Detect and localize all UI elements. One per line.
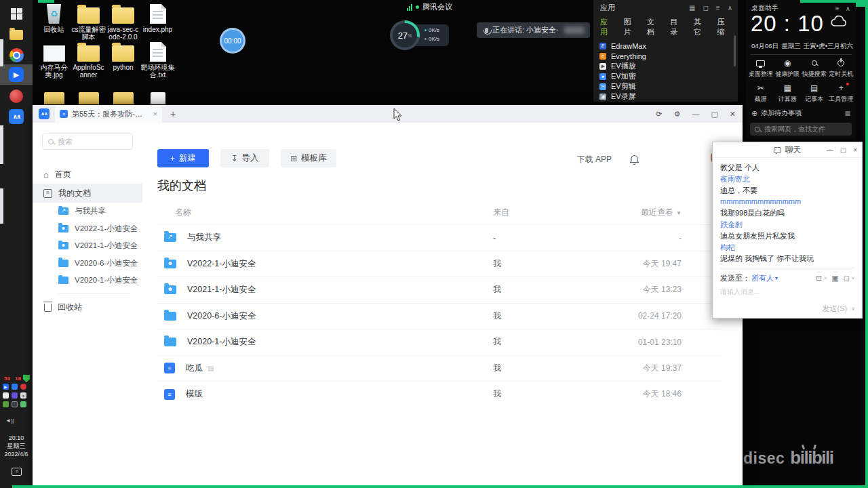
- app-panel-tab-图片[interactable]: 图片: [624, 17, 638, 37]
- docked-window-sliver[interactable]: [0, 39, 3, 66]
- new-tab-button[interactable]: +: [170, 108, 176, 119]
- menu-icon[interactable]: ≡: [716, 4, 720, 12]
- sidebar-folder-item[interactable]: V2022-1-小迪安全: [33, 220, 142, 238]
- doc-table-row[interactable]: V2020-6-小迪安全我02-24 17:20: [157, 303, 721, 329]
- column-header-from[interactable]: 来自: [493, 207, 509, 218]
- close-icon[interactable]: ✕: [730, 110, 736, 119]
- chat-tray-icon[interactable]: [20, 401, 26, 407]
- shield-icon[interactable]: [23, 375, 30, 382]
- assistant-tool-scissors[interactable]: ✂截屏: [747, 83, 774, 104]
- send-to-value[interactable]: 所有人: [751, 273, 774, 283]
- maximize-icon[interactable]: ▢: [840, 146, 846, 154]
- image-icon[interactable]: ▣: [831, 274, 838, 283]
- app-list-item[interactable]: ◉EV录屏: [599, 92, 738, 102]
- send-button[interactable]: 发送(S)∨: [822, 304, 855, 314]
- assistant-tool-calculator[interactable]: ▦计算器: [774, 83, 802, 104]
- app-list-item[interactable]: ●EV加密: [599, 71, 738, 81]
- download-app-link[interactable]: 下载 APP: [577, 154, 612, 165]
- doc-table-row[interactable]: V2020-1-小迪安全我01-01 23:10: [157, 329, 721, 355]
- collapse-icon[interactable]: ∧: [846, 5, 850, 12]
- speaker-icon[interactable]: ◄)): [5, 418, 14, 424]
- chat-input-placeholder[interactable]: 请输入消息...: [720, 287, 862, 297]
- desktop-icon-内存马分类.jpg[interactable]: 内存马分类.jpg: [37, 41, 71, 79]
- doc-table-row[interactable]: V2021-1-小迪安全我今天 13:23: [157, 277, 721, 303]
- assistant-tool-magnifier[interactable]: 快捷搜索: [801, 58, 828, 79]
- scrollbar[interactable]: [734, 35, 736, 66]
- sidebar-item-mydocs[interactable]: ≡ 我的文档: [33, 184, 142, 203]
- app-panel-tab-应用[interactable]: 应用: [600, 17, 614, 37]
- app-panel-tab-文档[interactable]: 文档: [647, 17, 661, 37]
- red-tray-icon[interactable]: [20, 384, 26, 390]
- docked-window-sliver[interactable]: [0, 125, 3, 164]
- browser-tab[interactable]: ≡ 第55天：服务攻防-数据... ×: [55, 105, 162, 123]
- desktop-icon-靶场环境集合.txt[interactable]: 靶场环境集合.txt: [140, 41, 175, 79]
- desktop-icon-AppInfoScanner[interactable]: AppInfoScanner: [71, 41, 106, 79]
- sidebar-search-box[interactable]: 搜索: [42, 134, 133, 150]
- calendar-grid-icon[interactable]: ▦: [844, 110, 850, 117]
- display-tray-icon[interactable]: [12, 401, 18, 407]
- start-button[interactable]: [0, 3, 33, 24]
- assistant-tool-notepad[interactable]: ▤记事本: [801, 83, 828, 104]
- app-list-item[interactable]: ▶EV播放: [599, 61, 738, 71]
- taskbar-clock[interactable]: 20:10 星期三 2022/4/6: [0, 434, 33, 458]
- import-button[interactable]: ↧ 导入: [220, 149, 269, 167]
- desktop-icon-java-sec-code-2.0.0[interactable]: java-sec-code-2.0.0: [106, 3, 140, 41]
- add-todo-row[interactable]: ⊕ 添加待办事项 ▦: [751, 108, 850, 118]
- action-center-icon[interactable]: ≡: [12, 468, 22, 476]
- doc-table-row[interactable]: ≡模版我今天 18:46: [157, 381, 721, 407]
- assistant-tool-monitor[interactable]: 桌面整理: [747, 58, 774, 79]
- bell-icon[interactable]: [629, 155, 639, 165]
- member-icon[interactable]: ◻: [844, 274, 850, 283]
- new-window-icon[interactable]: ⊡: [816, 274, 822, 283]
- docked-window-sliver[interactable]: [0, 188, 3, 224]
- settings-gear-icon[interactable]: ⚙: [674, 110, 681, 119]
- menu-icon[interactable]: ≡: [835, 5, 840, 12]
- taskbar-item-red-app[interactable]: [0, 86, 33, 106]
- sidebar-item-trash[interactable]: 回收站: [33, 298, 142, 317]
- green-tray-icon[interactable]: [3, 401, 9, 407]
- desktop-icon-python[interactable]: python: [106, 41, 140, 79]
- new-doc-button[interactable]: + 新建: [157, 149, 209, 167]
- taskbar-item-explorer[interactable]: [0, 24, 33, 45]
- cursor-tray-icon[interactable]: ➤: [20, 392, 26, 399]
- maximize-icon[interactable]: ▢: [711, 110, 717, 119]
- weather-cloud-icon[interactable]: [829, 15, 849, 28]
- recording-timer[interactable]: 00:00: [220, 28, 245, 54]
- app-panel-tab-其它[interactable]: 其它: [694, 17, 708, 37]
- app-panel-tab-压缩[interactable]: 压缩: [717, 17, 732, 37]
- app-panel-tab-目录[interactable]: 目录: [671, 17, 685, 37]
- desktop-icon-回收站[interactable]: ♻回收站: [37, 3, 71, 41]
- assistant-tool-eye[interactable]: ◉健康护眼: [774, 58, 802, 79]
- taskbar-item-docs[interactable]: ∧∧: [0, 106, 33, 127]
- cpu-meter[interactable]: 27%: [393, 23, 417, 47]
- sidebar-folder-item[interactable]: 与我共享: [33, 203, 142, 220]
- column-header-recent[interactable]: 最近查看▼: [641, 207, 682, 218]
- desktop-icon-index.php[interactable]: index.php: [140, 3, 175, 41]
- taskbar-item-meeting[interactable]: ▶: [0, 64, 33, 85]
- collapse-icon[interactable]: ∧: [728, 4, 732, 12]
- mic-tray-icon[interactable]: [3, 392, 9, 399]
- doc-table-row[interactable]: ≡吃瓜▤我今天 19:37: [157, 355, 721, 382]
- sidebar-item-home[interactable]: ⌂ 首页: [33, 165, 142, 184]
- doc-table-row[interactable]: 与我共享--: [157, 224, 721, 251]
- meeting-status-indicator[interactable]: 腾讯会议: [407, 2, 452, 12]
- assistant-tool-power[interactable]: 定时关机: [828, 58, 855, 79]
- meeting-tray-icon[interactable]: ▶: [3, 384, 9, 390]
- sidebar-folder-item[interactable]: V2020-6-小迪安全: [33, 255, 142, 272]
- column-header-name[interactable]: 名称: [175, 207, 191, 218]
- purple-tray-icon[interactable]: [12, 392, 18, 399]
- assistant-search-box[interactable]: 搜索网页，查找文件: [750, 123, 852, 136]
- doc-table-row[interactable]: V2022-1-小迪安全我今天 19:47: [157, 251, 721, 277]
- docs-tray-icon[interactable]: [12, 384, 18, 390]
- window-icon[interactable]: ◻: [703, 4, 709, 12]
- template-library-button[interactable]: ⊞ 模板库: [281, 149, 336, 167]
- chat-title-bar[interactable]: 聊天 —▢×: [713, 142, 862, 158]
- app-list-item[interactable]: ✂EV剪辑: [599, 81, 738, 92]
- minimize-icon[interactable]: —: [827, 146, 833, 154]
- assistant-tool-plus[interactable]: +工具管理: [828, 83, 855, 104]
- close-icon[interactable]: ×: [853, 146, 857, 154]
- minimize-icon[interactable]: —: [692, 110, 699, 118]
- tab-close-icon[interactable]: ×: [153, 110, 157, 118]
- taskbar-item-chrome[interactable]: [0, 45, 33, 65]
- grid-icon[interactable]: ▦: [689, 4, 695, 12]
